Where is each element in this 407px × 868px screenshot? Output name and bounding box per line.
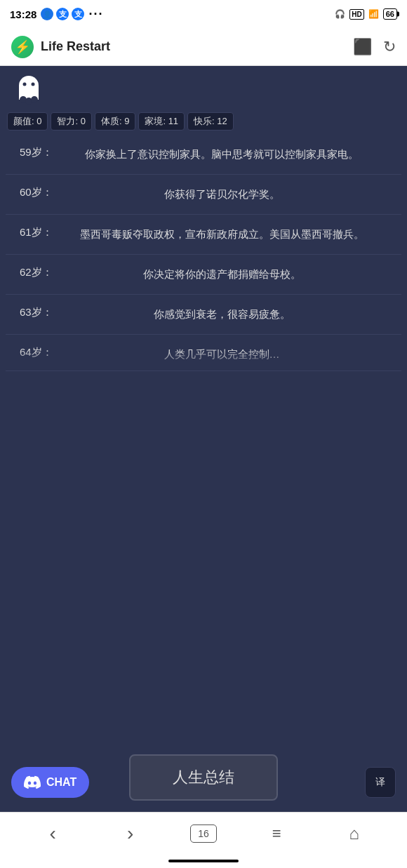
event-age-61: 61岁：: [20, 226, 56, 239]
person-icon: 👤: [41, 8, 53, 20]
event-age-63: 63岁：: [20, 306, 56, 319]
event-row-61: 61岁： 墨西哥毒贩夺取政权，宣布新政府成立。美国从墨西哥撤兵。: [6, 215, 401, 255]
event-age-64: 64岁：: [20, 346, 56, 359]
header-actions: ⬛ ↻: [353, 38, 396, 56]
discord-icon: [24, 774, 41, 791]
stats-bar: 颜值: 0 智力: 0 体质: 9 家境: 11 快乐: 12: [0, 108, 407, 135]
battery-indicator: 66: [383, 8, 397, 20]
stat-iq: 智力: 0: [51, 112, 91, 131]
home-bar: [168, 860, 239, 862]
event-age-62: 62岁：: [20, 266, 56, 279]
home-indicator: [0, 854, 407, 868]
status-dots: ···: [88, 7, 103, 22]
status-left: 13:28 👤 支 支 ···: [10, 7, 103, 22]
status-right: 🎧 HD 📶 66: [335, 8, 397, 20]
svg-point-6: [32, 83, 35, 86]
event-row-60: 60岁： 你获得了诺贝尔化学奖。: [6, 175, 401, 215]
app-header: ⚡ Life Restart ⬛ ↻: [0, 28, 407, 66]
stat-happy: 快乐: 12: [187, 112, 234, 131]
game-area: 颜值: 0 智力: 0 体质: 9 家境: 11 快乐: 12 59岁： 你家换…: [0, 66, 407, 812]
svg-point-4: [31, 96, 38, 103]
page-counter: 16: [190, 824, 217, 843]
event-row-59: 59岁： 你家换上了意识控制家具。脑中思考就可以控制家具家电。: [6, 135, 401, 175]
refresh-button[interactable]: ↻: [383, 38, 396, 56]
app-icon: ⚡: [11, 36, 34, 58]
event-row-62: 62岁： 你决定将你的遗产都捐赠给母校。: [6, 255, 401, 295]
hd-icon: HD: [349, 9, 363, 20]
signal-icon: 📶: [368, 9, 379, 19]
status-time: 13:28: [10, 8, 36, 20]
home-button[interactable]: ⌂: [337, 820, 372, 848]
app-header-left: ⚡ Life Restart: [11, 36, 110, 58]
bottom-area: CHAT 人生总结 译: [0, 740, 407, 812]
back-button[interactable]: ‹: [35, 820, 70, 848]
events-list: 59岁： 你家换上了意识控制家具。脑中思考就可以控制家具家电。 60岁： 你获得…: [0, 135, 407, 740]
nav-bar: ‹ › 16 ≡ ⌂: [0, 812, 407, 854]
alipay-icon: 支: [56, 8, 69, 20]
share-button[interactable]: ⬛: [353, 38, 372, 56]
event-text-64: 人类几乎可以完全控制…: [56, 346, 387, 363]
event-age-60: 60岁：: [20, 186, 56, 199]
headphone-icon: 🎧: [335, 9, 345, 19]
stat-health: 体质: 9: [95, 112, 135, 131]
event-row-63: 63岁： 你感觉到衰老，很容易疲惫。: [6, 295, 401, 335]
avatar-area: [0, 66, 407, 108]
menu-button[interactable]: ≡: [259, 820, 294, 848]
avatar: [11, 73, 46, 108]
translate-button[interactable]: 译: [365, 767, 396, 798]
event-text-63: 你感觉到衰老，很容易疲惫。: [56, 306, 387, 323]
event-text-60: 你获得了诺贝尔化学奖。: [56, 186, 387, 203]
summary-button[interactable]: 人生总结: [129, 754, 278, 801]
stat-family: 家境: 11: [138, 112, 185, 131]
app-title: Life Restart: [41, 39, 110, 54]
status-bar: 13:28 👤 支 支 ··· 🎧 HD 📶 66: [0, 0, 407, 28]
event-age-59: 59岁：: [20, 146, 56, 159]
event-text-61: 墨西哥毒贩夺取政权，宣布新政府成立。美国从墨西哥撤兵。: [56, 226, 387, 243]
event-row-64: 64岁： 人类几乎可以完全控制…: [6, 335, 401, 371]
event-text-59: 你家换上了意识控制家具。脑中思考就可以控制家具家电。: [56, 146, 387, 163]
stat-face: 颜值: 0: [7, 112, 48, 131]
event-text-62: 你决定将你的遗产都捐赠给母校。: [56, 266, 387, 283]
forward-button[interactable]: ›: [113, 820, 148, 848]
chat-label: CHAT: [46, 776, 76, 789]
alipay2-icon: 支: [72, 8, 84, 20]
svg-point-5: [23, 83, 27, 86]
chat-button[interactable]: CHAT: [11, 767, 89, 798]
status-icons: 👤 支 支: [41, 8, 84, 20]
